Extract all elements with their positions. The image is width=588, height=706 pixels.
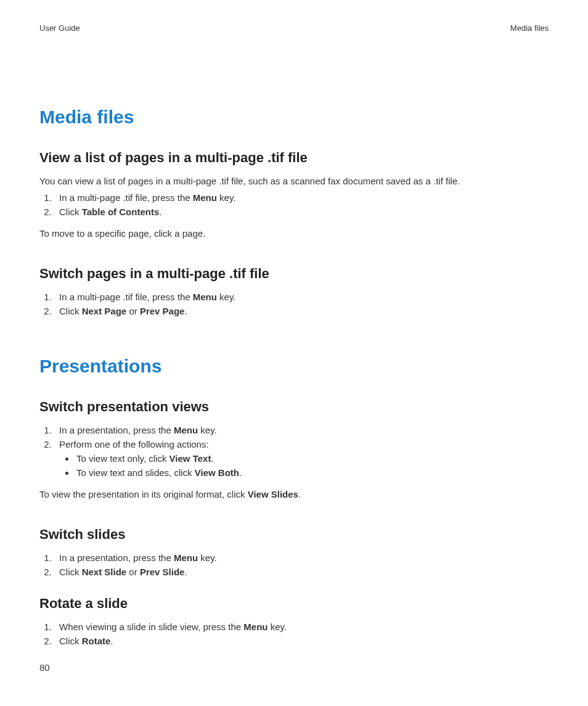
steps-list: In a multi-page .tif file, press the Men…: [39, 191, 549, 218]
heading-switch-tif-pages: Switch pages in a multi-page .tif file: [39, 266, 549, 282]
step-bold: Menu: [174, 425, 198, 435]
steps-list: In a presentation, press the Menu key. C…: [39, 551, 549, 578]
intro-text: You can view a list of pages in a multi-…: [39, 174, 549, 187]
section-media-files: Media files View a list of pages in a mu…: [39, 107, 549, 318]
section-title-presentations: Presentations: [39, 356, 549, 377]
bullet-text: To view text and slides, click: [76, 467, 195, 478]
section-title-media-files: Media files: [39, 107, 549, 128]
step-item: In a multi-page .tif file, press the Men…: [54, 290, 549, 303]
step-bold: Next Slide: [82, 567, 127, 577]
step-text: key.: [198, 552, 217, 563]
page-number: 80: [39, 662, 50, 673]
step-bold: Prev Slide: [140, 567, 185, 577]
bullet-text: .: [211, 453, 213, 464]
step-item: In a presentation, press the Menu key.: [54, 551, 549, 564]
page-header: User Guide Media files: [39, 23, 549, 33]
steps-list: In a presentation, press the Menu key. P…: [39, 424, 549, 479]
step-text: .: [184, 567, 187, 577]
step-text: In a presentation, press the: [59, 552, 174, 563]
subsection-switch-views: Switch presentation views In a presentat…: [39, 399, 549, 501]
step-text: Perform one of the following actions:: [59, 439, 209, 449]
section-presentations: Presentations Switch presentation views …: [39, 356, 549, 647]
step-bold: Menu: [193, 292, 217, 302]
step-item: Click Next Page or Prev Page.: [54, 305, 549, 318]
step-item: Click Rotate.: [54, 634, 549, 647]
bullet-item: To view text and slides, click View Both…: [75, 466, 549, 479]
bullet-bold: View Both: [195, 467, 239, 478]
step-text: .: [159, 207, 161, 217]
header-left: User Guide: [39, 23, 80, 33]
step-bold: Prev Page: [140, 306, 185, 316]
step-text: .: [184, 306, 187, 316]
outro-post: .: [298, 489, 301, 499]
step-item: In a presentation, press the Menu key.: [54, 424, 549, 437]
steps-list: In a multi-page .tif file, press the Men…: [39, 290, 549, 318]
step-bold: Table of Contents: [82, 207, 160, 217]
bullet-text: To view text only, click: [76, 453, 169, 464]
step-item: Click Table of Contents.: [54, 205, 549, 218]
step-bold: Menu: [174, 552, 198, 563]
step-text: key.: [217, 192, 236, 203]
header-right: Media files: [510, 23, 549, 33]
document-page: User Guide Media files Media files View …: [0, 0, 588, 706]
outro-pre: To view the presentation in its original…: [39, 489, 248, 499]
step-text: or: [126, 567, 140, 577]
step-bold: Menu: [243, 622, 267, 632]
outro-bold: View Slides: [248, 489, 298, 499]
step-bold: Menu: [193, 192, 217, 203]
subsection-rotate-slide: Rotate a slide When viewing a slide in s…: [39, 596, 549, 647]
step-item: When viewing a slide in slide view, pres…: [54, 620, 549, 633]
step-text: .: [110, 636, 113, 646]
outro-text: To move to a specific page, click a page…: [39, 227, 549, 240]
outro-text: To view the presentation in its original…: [39, 488, 549, 501]
bullet-list: To view text only, click View Text. To v…: [59, 452, 549, 479]
step-bold: Next Page: [82, 306, 127, 316]
bullet-item: To view text only, click View Text.: [75, 452, 549, 465]
step-text: key.: [198, 425, 217, 435]
subsection-switch-tif-pages: Switch pages in a multi-page .tif file I…: [39, 266, 549, 318]
subsection-view-tif-pages: View a list of pages in a multi-page .ti…: [39, 150, 549, 240]
bullet-text: .: [239, 467, 242, 478]
step-bold: Rotate: [82, 636, 111, 646]
step-text: Click: [59, 207, 82, 217]
step-text: or: [126, 306, 140, 316]
heading-switch-views: Switch presentation views: [39, 399, 549, 415]
step-text: In a presentation, press the: [59, 425, 174, 435]
step-item: Click Next Slide or Prev Slide.: [54, 565, 549, 578]
step-text: Click: [59, 636, 82, 646]
heading-rotate-slide: Rotate a slide: [39, 596, 549, 612]
subsection-switch-slides: Switch slides In a presentation, press t…: [39, 527, 549, 578]
step-text: When viewing a slide in slide view, pres…: [59, 622, 243, 632]
step-text: key.: [217, 292, 236, 302]
step-item: In a multi-page .tif file, press the Men…: [54, 191, 549, 204]
step-text: key.: [267, 622, 287, 632]
step-text: Click: [59, 306, 82, 316]
step-item: Perform one of the following actions: To…: [54, 438, 549, 479]
step-text: Click: [59, 567, 82, 577]
heading-view-tif-pages: View a list of pages in a multi-page .ti…: [39, 150, 549, 166]
bullet-bold: View Text: [169, 453, 211, 464]
heading-switch-slides: Switch slides: [39, 527, 549, 543]
step-text: In a multi-page .tif file, press the: [59, 192, 193, 203]
steps-list: When viewing a slide in slide view, pres…: [39, 620, 549, 647]
step-text: In a multi-page .tif file, press the: [59, 292, 193, 302]
